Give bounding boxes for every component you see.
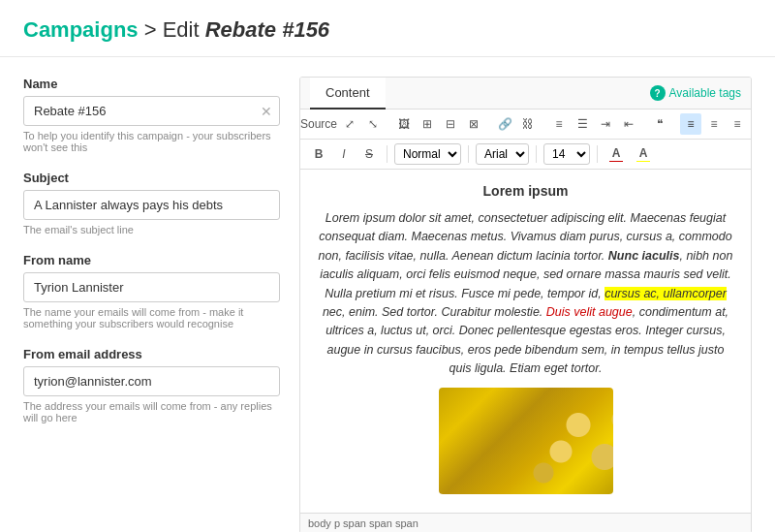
indent-icon[interactable]: ⇥ (595, 113, 616, 135)
italic-label: I (342, 147, 345, 161)
blockquote-icon[interactable]: ❝ (649, 113, 670, 135)
toolbar-sep-10 (597, 145, 598, 163)
insert-image-icon[interactable]: 🖼 (393, 113, 415, 135)
font-color-bar (609, 161, 623, 162)
gold-coins-image (439, 388, 613, 494)
name-hint: To help you identify this campaign - you… (23, 130, 280, 153)
available-tags-label: Available tags (669, 86, 742, 100)
font-select[interactable]: Arial (476, 143, 529, 165)
editor-toolbar-2: B I S Normal Arial 14 (300, 140, 751, 170)
editor-toolbar-1: Source ⤢ ⤡ 🖼 ⊞ ⊟ ⊠ 🔗 ⛓ ≡ ☰ ⇥ ⇤ ❝ (300, 110, 751, 140)
strikethrough-button[interactable]: S (358, 143, 380, 165)
from-email-label: From email address (23, 347, 280, 361)
from-name-hint: The name your emails will come from - ma… (23, 306, 280, 329)
content-red: Duis velit augue (546, 305, 633, 319)
editor-image (316, 388, 735, 500)
campaigns-breadcrumb[interactable]: Campaigns (23, 17, 139, 42)
from-email-hint: The address your emails will come from -… (23, 400, 280, 423)
insert-icon-2[interactable]: ⊟ (440, 113, 461, 135)
name-input-wrapper: ✕ (23, 96, 280, 126)
font-color-letter: A (612, 146, 621, 160)
name-clear-icon[interactable]: ✕ (261, 104, 272, 119)
page-header: Campaigns > Edit Rebate #156 (0, 0, 775, 57)
list-ol-icon[interactable]: ☰ (572, 113, 593, 135)
font-bg-color-button[interactable]: A (632, 143, 655, 165)
editor-status-bar: body p span span span (300, 513, 751, 532)
subject-field-group: Subject The email's subject line (23, 171, 280, 235)
align-right-icon[interactable]: ≡ (727, 113, 748, 135)
unlink-icon[interactable]: ⛓ (517, 113, 539, 135)
main-content: Name ✕ To help you identify this campaig… (0, 57, 775, 532)
name-field-group: Name ✕ To help you identify this campaig… (23, 77, 280, 153)
content-text: Lorem ipsum dolor sit amet, consectetuer… (316, 209, 735, 501)
strikethrough-label: S (365, 147, 373, 161)
align-left-icon[interactable]: ≡ (703, 113, 725, 135)
editor-body[interactable]: Lorem ipsum Lorem ipsum dolor sit amet, … (300, 170, 751, 513)
breadcrumb-separator: > Edit Rebate #156 (139, 17, 330, 42)
toolbar-sep-7 (387, 145, 388, 163)
help-icon: ? (650, 85, 666, 101)
expand-icon[interactable]: ⤢ (339, 113, 360, 135)
shrink-icon[interactable]: ⤡ (362, 113, 384, 135)
font-bg-bar (636, 161, 650, 162)
bold-label: B (315, 147, 324, 161)
list-ul-icon[interactable]: ≡ (548, 113, 570, 135)
subject-label: Subject (23, 171, 280, 185)
name-input[interactable] (23, 96, 280, 126)
table-icon[interactable]: ⊞ (417, 113, 438, 135)
page-wrapper: Campaigns > Edit Rebate #156 Name ✕ To h… (0, 0, 775, 532)
format-select[interactable]: Normal (394, 143, 461, 165)
source-label: Source (300, 117, 337, 131)
link-icon[interactable]: 🔗 (494, 113, 515, 135)
content-body-3: nec, enim. Sed tortor. Curabitur molesti… (323, 305, 546, 319)
subject-input[interactable] (23, 190, 280, 220)
from-email-input[interactable] (23, 366, 280, 396)
editor-tabs-bar: Content ? Available tags (300, 78, 751, 110)
align-center-icon[interactable]: ≡ (680, 113, 701, 135)
font-bg-letter: A (639, 146, 648, 160)
from-name-field-group: From name The name your emails will come… (23, 253, 280, 329)
source-button[interactable]: Source (308, 113, 329, 135)
bold-button[interactable]: B (308, 143, 329, 165)
campaign-title: Rebate #156 (205, 17, 329, 42)
italic-button[interactable]: I (333, 143, 355, 165)
outdent-icon[interactable]: ⇤ (618, 113, 639, 135)
from-email-field-group: From email address The address your emai… (23, 347, 280, 423)
font-color-button[interactable]: A (604, 143, 628, 165)
name-label: Name (23, 77, 280, 91)
size-select[interactable]: 14 (543, 143, 590, 165)
content-highlight: cursus ac, ullamcorper (604, 287, 727, 300)
from-name-label: From name (23, 253, 280, 267)
toolbar-sep-9 (536, 145, 537, 163)
toolbar-sep-8 (468, 145, 469, 163)
content-bold: Nunc iaculis (608, 249, 680, 263)
grid-icon[interactable]: ⊠ (463, 113, 484, 135)
subject-hint: The email's subject line (23, 224, 280, 235)
from-name-input[interactable] (23, 272, 280, 302)
content-title: Lorem ipsum (316, 181, 735, 202)
left-panel: Name ✕ To help you identify this campaig… (23, 77, 280, 532)
align-justify-icon[interactable]: ≡ (750, 113, 752, 135)
editor-panel: Content ? Available tags Source ⤢ ⤡ 🖼 ⊞ … (299, 77, 752, 532)
tab-content[interactable]: Content (310, 78, 386, 110)
available-tags-button[interactable]: ? Available tags (650, 85, 742, 101)
status-bar-text: body p span span span (308, 517, 418, 529)
